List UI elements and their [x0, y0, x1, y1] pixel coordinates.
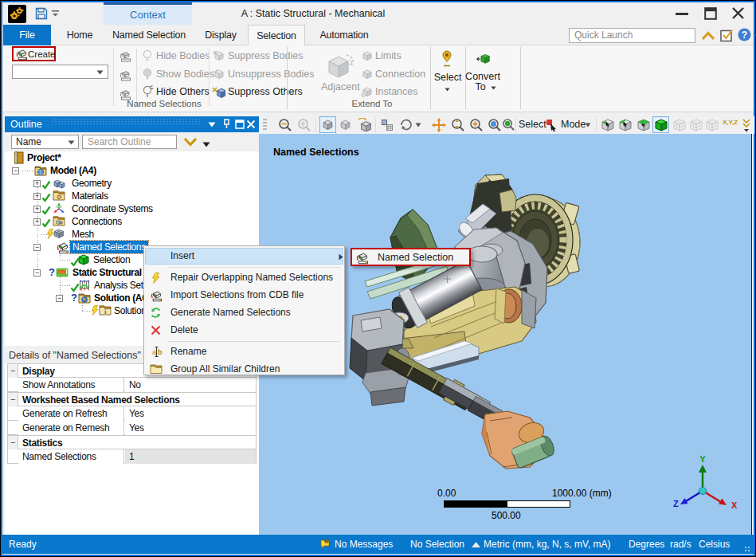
svg-text:0: 0: [325, 539, 327, 543]
svg-text:b: b: [158, 348, 163, 356]
svg-text:?: ?: [742, 29, 747, 41]
svg-text:Z: Z: [673, 499, 679, 508]
svg-text:a: a: [152, 348, 156, 356]
svg-text:Y: Y: [699, 454, 706, 464]
svg-text:X: X: [731, 500, 738, 510]
